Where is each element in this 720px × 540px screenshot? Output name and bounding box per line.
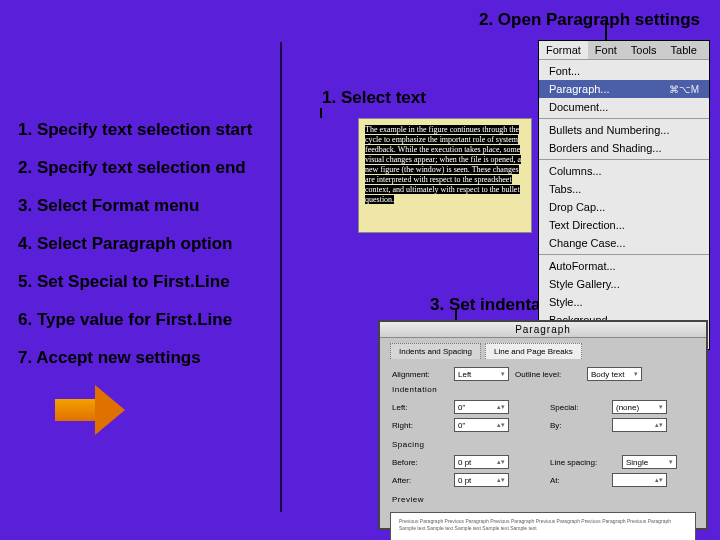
right-indent-field[interactable]: 0"▴▾ — [454, 418, 509, 432]
menu-item-autoformat[interactable]: AutoFormat... — [539, 257, 709, 275]
by-field[interactable]: ▴▾ — [612, 418, 667, 432]
step-item: 5. Set Special to First.Line — [18, 272, 252, 292]
outline-label: Outline level: — [515, 370, 581, 379]
menu-item-borders[interactable]: Borders and Shading... — [539, 139, 709, 157]
step-item: 2. Specify text selection end — [18, 158, 252, 178]
callout-line — [455, 310, 457, 320]
menu-item-columns[interactable]: Columns... — [539, 162, 709, 180]
at-label: At: — [550, 476, 606, 485]
menu-item-bullets[interactable]: Bullets and Numbering... — [539, 121, 709, 139]
outline-select[interactable]: Body text▾ — [587, 367, 642, 381]
menu-bar-item-tools[interactable]: Tools — [624, 41, 664, 59]
preview-box: Previous Paragraph Previous Paragraph Pr… — [390, 512, 696, 540]
stepper-icon: ▴▾ — [497, 403, 505, 411]
after-field[interactable]: 0 pt▴▾ — [454, 473, 509, 487]
menu-item-font[interactable]: Font... — [539, 62, 709, 80]
vertical-divider — [280, 42, 282, 512]
step-item: 3. Select Format menu — [18, 196, 252, 216]
menu-item-changecase[interactable]: Change Case... — [539, 234, 709, 252]
shortcut-label: ⌘⌥M — [669, 84, 699, 95]
step-item: 6. Type value for First.Line — [18, 310, 252, 330]
callout-line — [320, 108, 322, 118]
menu-bar-item-font[interactable]: Font — [588, 41, 624, 59]
step-item: 1. Specify text selection start — [18, 120, 252, 140]
heading-open-paragraph: 2. Open Paragraph settings — [479, 10, 700, 30]
menu-item-tabs[interactable]: Tabs... — [539, 180, 709, 198]
tab-indents-spacing[interactable]: Indents and Spacing — [390, 343, 481, 359]
indentation-group-label: Indentation — [392, 385, 694, 394]
stepper-icon: ▴▾ — [497, 458, 505, 466]
chevron-down-icon: ▾ — [669, 458, 673, 466]
selected-text-panel: The example in the figure continues thro… — [358, 118, 532, 233]
arrow-icon — [55, 385, 125, 435]
chevron-down-icon: ▾ — [659, 403, 663, 411]
before-label: Before: — [392, 458, 448, 467]
stepper-icon: ▴▾ — [655, 421, 663, 429]
menu-item-style[interactable]: Style... — [539, 293, 709, 311]
menu-bar: Format Font Tools Table — [539, 41, 709, 60]
menu-item-textdirection[interactable]: Text Direction... — [539, 216, 709, 234]
before-field[interactable]: 0 pt▴▾ — [454, 455, 509, 469]
heading-select-text: 1. Select text — [322, 88, 426, 108]
preview-label: Preview — [392, 495, 694, 504]
linespacing-select[interactable]: Single▾ — [622, 455, 677, 469]
spacing-group-label: Spacing — [392, 440, 694, 449]
menu-item-paragraph[interactable]: Paragraph...⌘⌥M — [539, 80, 709, 98]
menu-bar-item-format[interactable]: Format — [539, 41, 588, 59]
chevron-down-icon: ▾ — [634, 370, 638, 378]
stepper-icon: ▴▾ — [655, 476, 663, 484]
menu-item-stylegallery[interactable]: Style Gallery... — [539, 275, 709, 293]
menu-bar-item-table[interactable]: Table — [664, 41, 704, 59]
format-menu: Format Font Tools Table Font... Paragrap… — [538, 40, 710, 350]
left-indent-field[interactable]: 0"▴▾ — [454, 400, 509, 414]
tab-line-page[interactable]: Line and Page Breaks — [485, 343, 582, 359]
stepper-icon: ▴▾ — [497, 421, 505, 429]
special-select[interactable]: (none)▾ — [612, 400, 667, 414]
step-item: 4. Select Paragraph option — [18, 234, 252, 254]
after-label: After: — [392, 476, 448, 485]
alignment-label: Alignment: — [392, 370, 448, 379]
menu-item-dropcap[interactable]: Drop Cap... — [539, 198, 709, 216]
document-text[interactable]: The example in the figure continues thro… — [365, 125, 525, 205]
by-label: By: — [550, 421, 606, 430]
left-label: Left: — [392, 403, 448, 412]
at-field[interactable]: ▴▾ — [612, 473, 667, 487]
alignment-select[interactable]: Left▾ — [454, 367, 509, 381]
right-label: Right: — [392, 421, 448, 430]
special-label: Special: — [550, 403, 606, 412]
dialog-title: Paragraph — [380, 322, 706, 338]
steps-list: 1. Specify text selection start 2. Speci… — [18, 120, 252, 386]
menu-item-document[interactable]: Document... — [539, 98, 709, 116]
paragraph-dialog: Paragraph Indents and Spacing Line and P… — [378, 320, 708, 530]
step-item: 7. Accept new settings — [18, 348, 252, 368]
linespacing-label: Line spacing: — [550, 458, 616, 467]
stepper-icon: ▴▾ — [497, 476, 505, 484]
chevron-down-icon: ▾ — [501, 370, 505, 378]
